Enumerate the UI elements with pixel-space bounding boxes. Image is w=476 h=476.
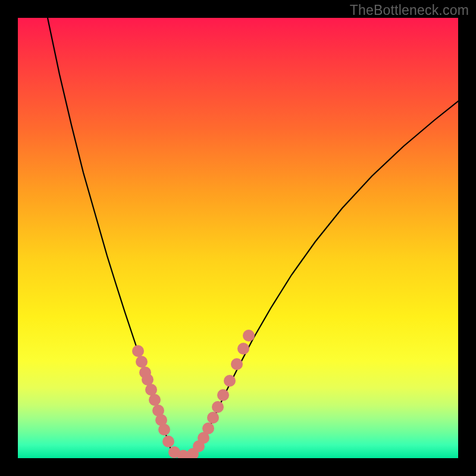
highlight-dot <box>132 345 144 357</box>
plot-area <box>18 18 458 458</box>
highlight-dot <box>212 401 224 413</box>
outer-frame: TheBottleneck.com <box>0 0 476 476</box>
highlight-dot <box>202 422 214 434</box>
highlight-dot <box>162 436 174 447</box>
highlight-dot <box>224 375 236 387</box>
highlight-dots-group <box>132 330 255 458</box>
highlight-dot <box>136 356 148 368</box>
highlight-dot <box>231 358 243 370</box>
highlight-dot <box>207 412 219 424</box>
watermark-text: TheBottleneck.com <box>350 2 469 18</box>
highlight-dot <box>149 394 161 406</box>
highlight-dot <box>145 384 157 396</box>
highlight-dot <box>158 424 170 436</box>
curve-path-group <box>48 18 458 456</box>
highlight-dot <box>243 330 255 342</box>
highlight-dot <box>217 389 229 401</box>
highlight-dot <box>142 374 154 386</box>
bottleneck-curve-chart <box>18 18 458 458</box>
highlight-dot <box>237 343 249 355</box>
bottleneck-curve <box>48 18 458 456</box>
